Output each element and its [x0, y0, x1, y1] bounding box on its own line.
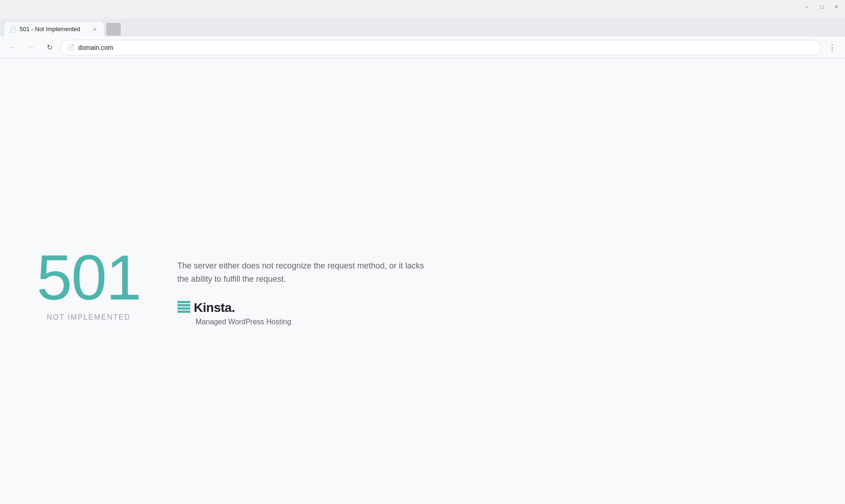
error-code-section: 501 NOT IMPLEMENTED	[37, 246, 141, 322]
back-button[interactable]: ←	[5, 40, 20, 55]
forward-button[interactable]: →	[24, 40, 38, 55]
tab-close-button[interactable]: ×	[91, 26, 98, 33]
navigation-bar: ← → ↻ 📄 domain.com ⋮	[0, 37, 845, 59]
chrome-window: − □ × 📄 501 - Not Implemented × ← → ↻	[0, 0, 845, 504]
error-container: 501 NOT IMPLEMENTED The server either do…	[37, 236, 434, 326]
kinsta-icon-row-4	[178, 311, 190, 313]
new-tab-placeholder	[106, 23, 121, 36]
brand-name: Kinsta.	[194, 300, 235, 315]
active-tab[interactable]: 📄 501 - Not Implemented ×	[4, 21, 104, 37]
tab-favicon: 📄	[10, 26, 16, 32]
error-info-section: The server either does not recognize the…	[178, 246, 434, 326]
window-controls: − □ ×	[804, 4, 840, 10]
chrome-menu-button[interactable]: ⋮	[825, 40, 840, 55]
kinsta-icon-row-3	[178, 307, 190, 310]
error-label: NOT IMPLEMENTED	[47, 313, 131, 322]
brand-section: Kinsta. Managed WordPress Hosting	[178, 300, 434, 326]
menu-icon: ⋮	[828, 43, 836, 53]
close-button[interactable]: ×	[833, 4, 840, 10]
title-bar: − □ ×	[0, 0, 845, 18]
page-content: 501 NOT IMPLEMENTED The server either do…	[0, 59, 845, 504]
error-code: 501	[37, 246, 141, 310]
page-icon: 📄	[67, 44, 75, 51]
maximize-button[interactable]: □	[818, 4, 825, 10]
minimize-button[interactable]: −	[804, 4, 810, 10]
tab-title: 501 - Not Implemented	[20, 26, 87, 32]
tab-bar: 📄 501 - Not Implemented ×	[0, 18, 845, 37]
kinsta-icon-row-1	[178, 301, 190, 303]
kinsta-icon	[178, 301, 190, 315]
url-text: domain.com	[78, 44, 814, 51]
back-icon: ←	[9, 43, 16, 52]
kinsta-icon-row-2	[178, 304, 190, 306]
error-description: The server either does not recognize the…	[178, 259, 434, 286]
reload-icon: ↻	[47, 43, 53, 52]
brand-tagline: Managed WordPress Hosting	[196, 318, 434, 326]
brand-logo: Kinsta.	[178, 300, 434, 315]
forward-icon: →	[27, 43, 35, 52]
reload-button[interactable]: ↻	[42, 40, 57, 55]
address-bar[interactable]: 📄 domain.com	[60, 40, 821, 55]
